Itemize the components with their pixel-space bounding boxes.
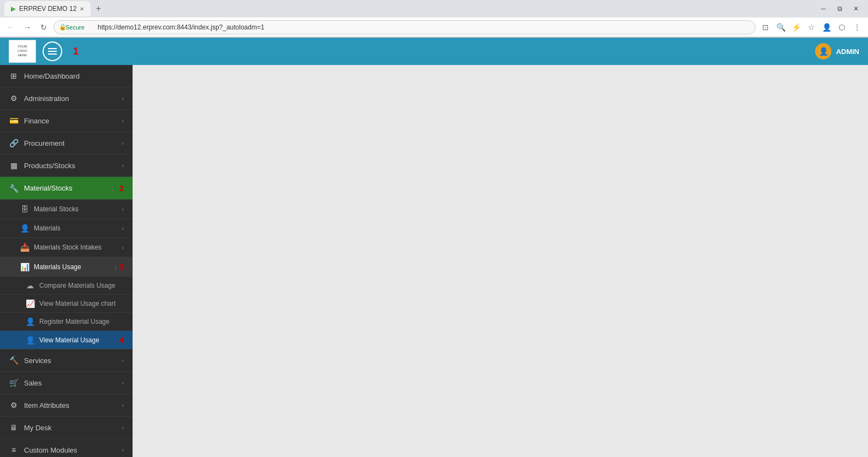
material-stocks-icon: 🔧 bbox=[9, 184, 19, 193]
sidebar-item-services[interactable]: 🔨 Services › bbox=[0, 349, 133, 372]
cast-icon[interactable]: ⊡ bbox=[759, 21, 772, 34]
view-usage-icon: 👤 bbox=[25, 336, 35, 345]
sidebar-item-material-stocks[interactable]: 🔧 Material/Stocks ↓ 2 bbox=[0, 177, 133, 200]
close-btn[interactable]: ✕ bbox=[848, 1, 864, 16]
sidebar-item-label: Administration bbox=[24, 94, 69, 103]
logo: YOUR LOGO HERE bbox=[9, 40, 36, 63]
chevron-right-icon: › bbox=[122, 244, 124, 251]
sidebar-subitem-materials-stock-intakes[interactable]: 📥 Materials Stock Intakes › bbox=[0, 238, 133, 257]
sidebar-item-my-desk[interactable]: 🖥 My Desk › bbox=[0, 417, 133, 439]
admin-avatar: 👤 bbox=[815, 43, 831, 60]
sidebar-item-finance[interactable]: 💳 Finance › bbox=[0, 110, 133, 132]
home-icon: ⊞ bbox=[9, 72, 19, 80]
sidebar-item-custom-modules[interactable]: ≡ Custom Modules › bbox=[0, 439, 133, 457]
browser-chrome: ▶ ERPREV DEMO 12 ✕ + ─ ⧉ ✕ ← → ↻ 🔒 Secur… bbox=[0, 0, 868, 38]
material-stocks-sub-icon: 🗄 bbox=[20, 205, 29, 213]
extension-icon[interactable]: ⬡ bbox=[835, 21, 848, 34]
reload-btn[interactable]: ↻ bbox=[37, 21, 50, 34]
bookmark-icon[interactable]: ☆ bbox=[805, 21, 818, 34]
chevron-right-icon: › bbox=[122, 95, 124, 102]
zoom-icon[interactable]: 🔍 bbox=[774, 21, 787, 34]
top-navbar-right: 👤 ADMIN bbox=[815, 43, 859, 60]
sidebar-subitem-label: Material Stocks bbox=[34, 205, 79, 213]
sidebar-item-label: Services bbox=[24, 357, 51, 365]
power-icon[interactable]: ⚡ bbox=[789, 21, 803, 34]
annotation-3: 3 bbox=[119, 262, 124, 271]
stock-intakes-icon: 📥 bbox=[20, 243, 29, 252]
profile-icon[interactable]: 👤 bbox=[820, 21, 833, 34]
app-container: ⊞ Home/Dashboard ⚙ Administration › 💳 Fi… bbox=[0, 65, 868, 457]
sidebar-subitem-materials-usage[interactable]: 📊 Materials Usage ↓ 3 bbox=[0, 257, 133, 277]
window-controls: ─ ⧉ ✕ bbox=[816, 1, 864, 16]
sidebar-item-administration[interactable]: ⚙ Administration › bbox=[0, 87, 133, 110]
sidebar-item-label: Sales bbox=[24, 379, 42, 387]
forward-btn[interactable]: → bbox=[21, 21, 34, 34]
sidebar-subitem-material-stocks[interactable]: 🗄 Material Stocks › bbox=[0, 200, 133, 219]
register-icon: 👤 bbox=[25, 317, 35, 326]
sidebar-subsubitem-view-material-usage[interactable]: 👤 View Material Usage 4 bbox=[0, 331, 133, 349]
chevron-right-icon: › bbox=[122, 206, 124, 212]
browser-actions: ⊡ 🔍 ⚡ ☆ 👤 ⬡ ⋮ bbox=[759, 21, 864, 34]
secure-label: Secure bbox=[65, 24, 85, 31]
sidebar-item-label: Item Attributes bbox=[24, 401, 69, 409]
chevron-right-icon: › bbox=[122, 117, 124, 124]
chevron-right-icon: › bbox=[122, 162, 124, 169]
address-input[interactable] bbox=[53, 20, 756, 34]
chevron-right-icon: › bbox=[122, 379, 124, 386]
chevron-right-icon: › bbox=[122, 447, 124, 453]
chart-icon: 📈 bbox=[25, 299, 35, 308]
browser-titlebar: ▶ ERPREV DEMO 12 ✕ + ─ ⧉ ✕ bbox=[0, 0, 868, 17]
top-bar-wrapper: YOUR LOGO HERE 1 👤 ADMIN bbox=[0, 38, 868, 65]
administration-icon: ⚙ bbox=[9, 94, 19, 103]
chevron-right-icon: › bbox=[122, 402, 124, 408]
annotation-1: 1 bbox=[73, 46, 79, 57]
menu-icon[interactable]: ⋮ bbox=[851, 21, 864, 34]
sidebar: ⊞ Home/Dashboard ⚙ Administration › 💳 Fi… bbox=[0, 65, 133, 457]
sidebar-subitem-label: Materials bbox=[34, 224, 61, 232]
browser-addressbar: ← → ↻ 🔒 Secure ⊡ 🔍 ⚡ ☆ 👤 ⬡ ⋮ bbox=[0, 17, 868, 37]
sidebar-item-procurement[interactable]: 🔗 Procurement › bbox=[0, 132, 133, 155]
restore-btn[interactable]: ⧉ bbox=[832, 1, 847, 16]
products-icon: ▦ bbox=[9, 161, 19, 170]
sidebar-item-item-attributes[interactable]: ⚙ Item Attributes › bbox=[0, 394, 133, 417]
minimize-btn[interactable]: ─ bbox=[816, 1, 831, 16]
top-navbar: YOUR LOGO HERE 1 👤 ADMIN bbox=[0, 38, 868, 65]
sidebar-item-sales[interactable]: 🛒 Sales › bbox=[0, 372, 133, 394]
sidebar-subitem-materials[interactable]: 👤 Materials › bbox=[0, 219, 133, 238]
sidebar-item-home[interactable]: ⊞ Home/Dashboard bbox=[0, 65, 133, 87]
sidebar-item-products-stocks[interactable]: ▦ Products/Stocks › bbox=[0, 155, 133, 177]
services-icon: 🔨 bbox=[9, 356, 19, 365]
tab-title: ERPREV DEMO 12 bbox=[19, 5, 76, 13]
admin-label: ADMIN bbox=[836, 48, 859, 56]
address-bar-container[interactable]: 🔒 Secure bbox=[53, 20, 756, 34]
sidebar-item-label: Finance bbox=[24, 117, 49, 125]
sidebar-item-label: Home/Dashboard bbox=[24, 72, 80, 80]
hamburger-icon bbox=[48, 48, 57, 55]
item-attributes-icon: ⚙ bbox=[9, 401, 19, 409]
my-desk-icon: 🖥 bbox=[9, 423, 19, 432]
finance-icon: 💳 bbox=[9, 116, 19, 125]
compare-icon: ☁ bbox=[25, 281, 35, 290]
new-tab-btn[interactable]: + bbox=[91, 1, 106, 16]
sidebar-item-label: Products/Stocks bbox=[24, 162, 75, 170]
chevron-right-icon: › bbox=[122, 140, 124, 146]
sidebar-subsubitem-compare-materials[interactable]: ☁ Compare Materials Usage bbox=[0, 277, 133, 295]
main-content bbox=[133, 65, 868, 457]
sidebar-subsubitem-register-material[interactable]: 👤 Register Material Usage bbox=[0, 313, 133, 331]
browser-tab[interactable]: ▶ ERPREV DEMO 12 ✕ bbox=[4, 1, 91, 16]
hamburger-btn[interactable] bbox=[43, 41, 62, 61]
back-btn[interactable]: ← bbox=[4, 21, 17, 34]
materials-icon: 👤 bbox=[20, 224, 29, 233]
sales-icon: 🛒 bbox=[9, 378, 19, 387]
sidebar-item-label: Material/Stocks bbox=[24, 184, 73, 192]
custom-modules-icon: ≡ bbox=[9, 446, 19, 454]
sidebar-subitem-label: Materials Stock Intakes bbox=[34, 244, 101, 251]
chevron-down-icon: ↓ bbox=[114, 264, 117, 270]
sidebar-item-label: My Desk bbox=[24, 424, 52, 432]
sidebar-subsubitem-view-chart[interactable]: 📈 View Material Usage chart bbox=[0, 295, 133, 313]
tab-close-btn[interactable]: ✕ bbox=[80, 6, 84, 12]
sidebar-item-label: Procurement bbox=[24, 139, 64, 147]
sidebar-subitem-label: Materials Usage bbox=[34, 263, 81, 271]
sidebar-item-label: Custom Modules bbox=[24, 446, 77, 454]
materials-usage-icon: 📊 bbox=[20, 263, 29, 271]
